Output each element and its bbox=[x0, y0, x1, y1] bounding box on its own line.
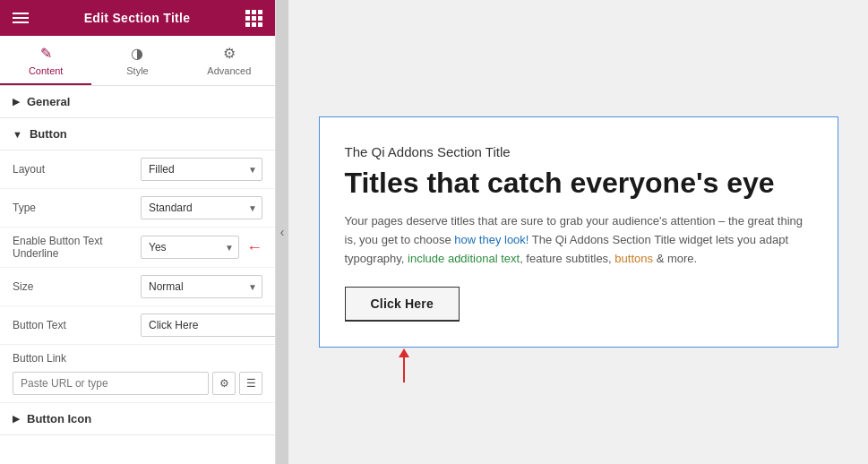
button-link-input[interactable] bbox=[13, 372, 209, 395]
preview-body: Your pages deserve titles that are sure … bbox=[345, 212, 812, 268]
size-control: Normal Small Large ▼ bbox=[141, 275, 262, 298]
left-panel: Edit Section Title ✎ Content ◑ Style ⚙ A… bbox=[0, 0, 276, 464]
tab-advanced[interactable]: ⚙ Advanced bbox=[184, 36, 275, 85]
preview-title: Titles that catch everyone's eye bbox=[345, 167, 812, 200]
type-row: Type Standard Primary Secondary ▼ bbox=[0, 189, 275, 228]
content-icon: ✎ bbox=[40, 45, 52, 62]
button-link-settings-icon[interactable]: ⚙ bbox=[212, 372, 236, 395]
panel-header: Edit Section Title bbox=[0, 0, 275, 36]
underline-select-wrap: Yes No ▼ bbox=[141, 236, 239, 259]
button-link-label: Button Link bbox=[0, 345, 275, 368]
general-arrow: ▶ bbox=[13, 96, 20, 107]
layout-control: Filled Outlined Text ▼ bbox=[141, 158, 262, 181]
button-link-row: ⚙ ☰ bbox=[0, 368, 275, 403]
button-icon-section[interactable]: ▶ Button Icon bbox=[0, 403, 275, 435]
advanced-icon: ⚙ bbox=[223, 45, 236, 62]
underline-control: Yes No ▼ ← bbox=[141, 236, 262, 259]
preview-subtitle: The Qi Addons Section Title bbox=[345, 144, 812, 159]
up-arrow-indicator bbox=[399, 348, 409, 382]
layout-label: Layout bbox=[13, 163, 133, 176]
highlight-how: how they look! bbox=[454, 233, 529, 246]
button-text-control: ☰ bbox=[141, 314, 276, 337]
hamburger-icon[interactable] bbox=[13, 13, 29, 23]
layout-row: Layout Filled Outlined Text ▼ bbox=[0, 150, 275, 189]
underline-select[interactable]: Yes No bbox=[141, 236, 239, 259]
size-label: Size bbox=[13, 280, 133, 293]
type-label: Type bbox=[13, 202, 133, 214]
widget-preview: The Qi Addons Section Title Titles that … bbox=[319, 116, 838, 347]
type-control: Standard Primary Secondary ▼ bbox=[141, 196, 262, 219]
size-select-wrap: Normal Small Large ▼ bbox=[141, 275, 262, 298]
tab-style[interactable]: ◑ Style bbox=[91, 36, 183, 85]
style-icon: ◑ bbox=[131, 45, 143, 62]
highlight-include: include additional text bbox=[408, 252, 520, 265]
red-arrow-indicator: ← bbox=[246, 238, 262, 257]
type-select-wrap: Standard Primary Secondary ▼ bbox=[141, 196, 262, 219]
button-link-options-icon[interactable]: ☰ bbox=[239, 372, 262, 395]
button-icon-arrow: ▶ bbox=[13, 413, 20, 425]
layout-select-wrap: Filled Outlined Text ▼ bbox=[141, 158, 262, 181]
size-select[interactable]: Normal Small Large bbox=[141, 275, 262, 298]
button-text-row: Button Text ☰ bbox=[0, 306, 275, 345]
panel-title: Edit Section Title bbox=[84, 11, 191, 25]
collapse-handle[interactable] bbox=[276, 0, 288, 464]
button-section: ▼ Button Layout Filled Outlined Text ▼ T… bbox=[0, 118, 275, 403]
button-section-header[interactable]: ▼ Button bbox=[0, 118, 275, 150]
underline-label: Enable Button Text Underline bbox=[13, 235, 133, 260]
layout-select[interactable]: Filled Outlined Text bbox=[141, 158, 262, 181]
grid-icon[interactable] bbox=[245, 10, 262, 27]
button-text-input[interactable] bbox=[141, 314, 276, 337]
preview-click-here-button[interactable]: Click Here bbox=[345, 287, 460, 322]
button-arrow: ▼ bbox=[13, 129, 22, 140]
panel-tabs: ✎ Content ◑ Style ⚙ Advanced bbox=[0, 36, 275, 86]
tab-content[interactable]: ✎ Content bbox=[0, 36, 91, 85]
highlight-buttons: buttons bbox=[614, 252, 653, 265]
general-section[interactable]: ▶ General bbox=[0, 86, 275, 118]
right-content: The Qi Addons Section Title Titles that … bbox=[288, 0, 868, 464]
underline-row: Enable Button Text Underline Yes No ▼ ← bbox=[0, 228, 275, 268]
button-text-label: Button Text bbox=[13, 319, 133, 331]
type-select[interactable]: Standard Primary Secondary bbox=[141, 196, 262, 219]
size-row: Size Normal Small Large ▼ bbox=[0, 268, 275, 306]
